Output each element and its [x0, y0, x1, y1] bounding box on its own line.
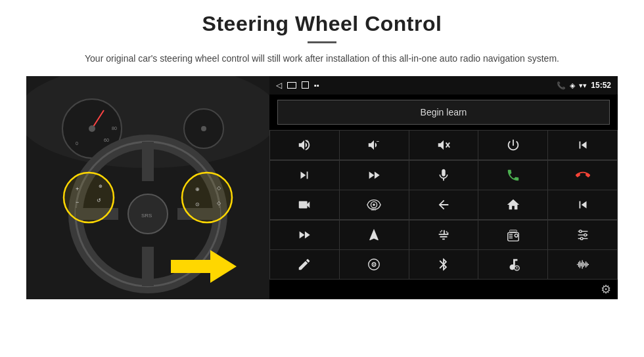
- svg-text:80: 80: [112, 126, 117, 131]
- ff-track-button[interactable]: [340, 161, 409, 190]
- bluetooth-icon: [436, 257, 451, 272]
- steering-wheel-svg: 0 60 80 SRS: [26, 76, 269, 299]
- vol-down-icon: −: [367, 138, 381, 152]
- svg-text:+: +: [76, 186, 79, 192]
- navigate-button[interactable]: [340, 220, 409, 249]
- svg-text:360°: 360°: [371, 208, 378, 211]
- back-nav-button[interactable]: [409, 190, 478, 219]
- skip-back-button[interactable]: [548, 190, 617, 219]
- power-icon: [506, 138, 520, 152]
- svg-point-5: [89, 125, 95, 132]
- navigate-icon: [367, 228, 381, 242]
- skip-back-icon: [576, 198, 590, 212]
- svg-point-34: [373, 203, 375, 206]
- bluetooth-button[interactable]: [409, 250, 478, 279]
- recents-icon[interactable]: [302, 81, 309, 89]
- controls-grid: + −: [269, 130, 618, 280]
- svg-text:⊙: ⊙: [195, 201, 200, 207]
- page-title: Steering Wheel Control: [202, 12, 442, 36]
- svg-point-45: [579, 230, 582, 232]
- svg-rect-41: [509, 230, 517, 232]
- wifi-status-icon: ▾▾: [579, 81, 587, 90]
- status-bar: ◁ ▪▪ 📞 ◈ ▾▾ 15:52: [269, 76, 618, 94]
- eq-button[interactable]: [409, 220, 478, 249]
- svg-point-46: [584, 234, 586, 236]
- svg-text:60: 60: [104, 138, 109, 142]
- cd-icon: [367, 257, 381, 272]
- prev-phone-button[interactable]: [548, 131, 617, 159]
- next-track-button[interactable]: [270, 161, 339, 190]
- eq-icon: [436, 228, 451, 242]
- mic-icon: [436, 168, 451, 182]
- begin-learn-button[interactable]: Begin learn: [277, 100, 610, 125]
- svg-text:⊕: ⊕: [99, 184, 103, 188]
- music-settings-button[interactable]: [478, 250, 547, 279]
- vol-mute-icon: [436, 138, 451, 152]
- pen-button[interactable]: [270, 250, 339, 279]
- waveform-button[interactable]: [548, 250, 617, 279]
- title-divider: [308, 41, 336, 43]
- svg-point-23: [182, 173, 232, 222]
- status-bar-left: ◁ ▪▪: [276, 81, 319, 90]
- car-photo-inner: 0 60 80 SRS: [26, 76, 269, 299]
- home-nav-icon[interactable]: [287, 82, 296, 89]
- phone-pick-icon: [506, 168, 520, 182]
- back-nav-icon[interactable]: ◁: [276, 81, 282, 90]
- settings360-icon: 360°: [367, 198, 381, 212]
- android-screen: ◁ ▪▪ 📞 ◈ ▾▾ 15:52 Begin learn: [269, 76, 618, 299]
- home-nav-icon: [506, 198, 520, 212]
- vol-down-button[interactable]: −: [340, 131, 409, 159]
- clock: 15:52: [591, 81, 611, 90]
- svg-point-6: [201, 126, 206, 131]
- settings360-button[interactable]: 360°: [340, 190, 409, 219]
- car-photo: 0 60 80 SRS: [26, 76, 269, 299]
- mic-button[interactable]: [409, 161, 478, 190]
- ff2-icon: [297, 228, 311, 242]
- pen-icon: [297, 257, 311, 272]
- vol-up-icon: +: [297, 138, 311, 152]
- status-bar-right: 📞 ◈ ▾▾ 15:52: [557, 81, 611, 90]
- radio-button[interactable]: [478, 220, 547, 249]
- cam-icon: [297, 198, 311, 212]
- content-row: 0 60 80 SRS: [26, 76, 618, 299]
- radio-icon: [506, 228, 520, 242]
- signal-bars: ▪▪: [314, 81, 319, 89]
- phone-hang-icon: [576, 168, 590, 182]
- home-nav-button[interactable]: [478, 190, 547, 219]
- svg-point-47: [580, 237, 583, 240]
- page-wrapper: Steering Wheel Control Your original car…: [0, 0, 644, 357]
- cam-button[interactable]: [270, 190, 339, 219]
- svg-point-37: [515, 234, 518, 237]
- location-status-icon: ◈: [570, 81, 575, 90]
- phone-pick-button[interactable]: [478, 161, 547, 190]
- ff-track-icon: [367, 168, 381, 182]
- back-nav-icon: [436, 198, 451, 212]
- next-track-icon: [297, 168, 311, 182]
- svg-text:SRS: SRS: [141, 213, 152, 219]
- svg-text:◇: ◇: [217, 200, 221, 206]
- settings-button[interactable]: ⚙: [601, 282, 611, 297]
- cd-button[interactable]: [340, 250, 409, 279]
- svg-text:−: −: [76, 199, 79, 205]
- ff2-button[interactable]: [270, 220, 339, 249]
- svg-text:⊕: ⊕: [195, 186, 200, 192]
- sliders-button[interactable]: [548, 220, 617, 249]
- svg-text:◇: ◇: [217, 185, 221, 191]
- phone-hang-button[interactable]: [548, 161, 617, 190]
- begin-learn-row: Begin learn: [269, 94, 618, 130]
- vol-up-button[interactable]: +: [270, 131, 339, 159]
- music-settings-icon: [506, 257, 520, 272]
- svg-text:−: −: [377, 139, 379, 145]
- vol-mute-button[interactable]: [409, 131, 478, 159]
- svg-text:+: +: [306, 139, 309, 145]
- prev-phone-icon: [576, 138, 590, 152]
- eye-360-icon: 360°: [367, 198, 381, 212]
- page-subtitle: Your original car's steering wheel contr…: [85, 51, 559, 66]
- svg-point-50: [373, 264, 375, 265]
- power-button[interactable]: [478, 131, 547, 159]
- svg-point-18: [64, 173, 114, 222]
- svg-text:0: 0: [76, 141, 78, 146]
- sliders-icon: [576, 228, 590, 242]
- settings-row: ⚙: [269, 280, 618, 299]
- phone-status-icon: 📞: [557, 81, 566, 90]
